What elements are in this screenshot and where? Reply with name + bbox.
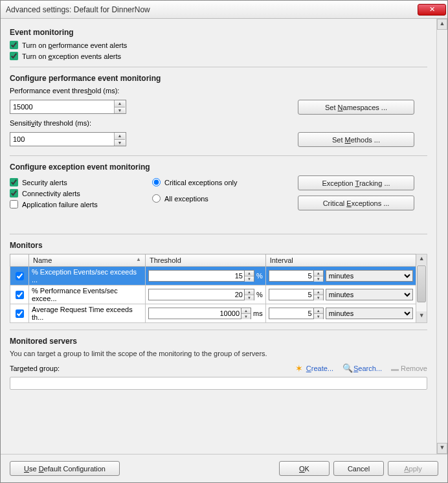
spin-down-icon[interactable]: ▼ <box>314 295 323 300</box>
spin-up-icon[interactable]: ▲ <box>115 133 125 140</box>
interval-unit-select[interactable]: minutes <box>326 289 414 300</box>
interval-unit-select[interactable]: minutes <box>326 308 414 319</box>
scroll-down-icon[interactable]: ▼ <box>437 443 447 454</box>
threshold-cell[interactable]: ▲▼% <box>148 289 263 300</box>
col-interval[interactable]: Interval <box>265 254 416 267</box>
minus-icon <box>391 369 399 371</box>
close-button[interactable]: ✕ <box>418 4 446 16</box>
remove-link: Remove <box>391 365 427 372</box>
ok-button[interactable]: OK <box>279 461 330 476</box>
interval-unit-select[interactable]: minutes <box>326 270 414 282</box>
security-alerts-input[interactable] <box>10 178 18 186</box>
row-name: % Performance Events/sec excee... <box>29 286 146 304</box>
interval-cell[interactable]: ▲▼minutes <box>269 308 414 319</box>
threshold-cell[interactable]: ▲▼% <box>148 270 263 282</box>
use-default-button[interactable]: Use Default Configuration <box>10 461 120 476</box>
scroll-track[interactable] <box>416 265 427 311</box>
sensitivity-spinbox[interactable]: ▲▼ <box>10 132 126 146</box>
table-row[interactable]: Average Request Time exceeds th...▲▼ms▲▼… <box>10 304 416 323</box>
cancel-button[interactable]: Cancel <box>333 461 384 476</box>
col-name[interactable]: Name▲ <box>29 254 146 267</box>
threshold-input[interactable] <box>148 308 241 319</box>
spin-up-icon[interactable]: ▲ <box>241 308 251 314</box>
row-name: % Exception Events/sec exceeds ... <box>29 267 146 286</box>
security-alerts-checkbox[interactable]: Security alerts <box>10 178 152 186</box>
apply-button[interactable]: Apply <box>388 461 438 476</box>
appfail-alerts-input[interactable] <box>10 200 18 208</box>
spin-up-icon[interactable]: ▲ <box>314 271 323 276</box>
threshold-unit: % <box>256 272 263 280</box>
divider <box>10 155 427 156</box>
spin-up-icon[interactable]: ▲ <box>314 308 323 314</box>
threshold-input[interactable] <box>148 270 245 282</box>
spin-down-icon[interactable]: ▼ <box>115 107 125 114</box>
exc-alerts-input[interactable] <box>10 52 18 60</box>
table-scrollbar[interactable]: ▲ ▼ <box>416 254 427 323</box>
spin-up-icon[interactable]: ▲ <box>314 289 323 295</box>
scroll-down-icon[interactable]: ▼ <box>416 311 427 322</box>
threshold-label: Performance event threshold (ms): <box>10 87 427 95</box>
spin-up-icon[interactable]: ▲ <box>115 100 125 107</box>
perf-config-heading: Configure performance event monitoring <box>10 74 427 83</box>
connectivity-alerts-checkbox[interactable]: Connectivity alerts <box>10 189 152 197</box>
interval-input[interactable] <box>269 270 314 282</box>
scroll-thumb[interactable] <box>417 265 426 302</box>
search-link[interactable]: 🔍Search... <box>342 364 382 373</box>
main-scrollbar[interactable]: ▲ ▼ <box>436 19 447 454</box>
spin-up-icon[interactable]: ▲ <box>245 271 254 276</box>
exception-tracking-button[interactable]: Exception Tracking ... <box>298 175 414 190</box>
critical-radio-input[interactable] <box>152 178 161 186</box>
threshold-unit: ms <box>253 309 263 317</box>
servers-note: You can target a group to limit the scop… <box>10 350 427 357</box>
create-link[interactable]: ✶Create... <box>295 364 333 373</box>
spin-down-icon[interactable]: ▼ <box>115 140 125 146</box>
table-row[interactable]: % Performance Events/sec excee...▲▼%▲▼mi… <box>10 286 416 304</box>
table-row[interactable]: % Exception Events/sec exceeds ...▲▼%▲▼m… <box>10 267 416 286</box>
divider <box>10 234 427 234</box>
targeted-group-field[interactable] <box>10 377 427 390</box>
row-checkbox[interactable] <box>16 291 24 299</box>
sensitivity-input[interactable] <box>10 133 114 146</box>
content-pane: Event monitoring Turn on performance eve… <box>1 19 436 454</box>
interval-input[interactable] <box>269 289 314 300</box>
monitors-heading: Monitors <box>10 241 427 250</box>
divider <box>10 67 427 67</box>
perf-alerts-checkbox[interactable]: Turn on performance event alerts <box>10 41 427 49</box>
threshold-input[interactable] <box>10 100 114 113</box>
spin-down-icon[interactable]: ▼ <box>314 276 323 282</box>
all-radio-input[interactable] <box>152 194 161 203</box>
spin-up-icon[interactable]: ▲ <box>245 289 254 295</box>
critical-exceptions-radio[interactable]: Critical exceptions only <box>152 178 275 186</box>
threshold-input[interactable] <box>148 289 245 300</box>
interval-input[interactable] <box>269 308 314 319</box>
scroll-up-icon[interactable]: ▲ <box>437 19 447 30</box>
exc-alerts-checkbox[interactable]: Turn on exception events alerts <box>10 52 427 60</box>
threshold-spinbox[interactable]: ▲▼ <box>10 100 126 114</box>
scroll-up-icon[interactable]: ▲ <box>416 254 427 265</box>
perf-alerts-input[interactable] <box>10 41 18 49</box>
row-checkbox[interactable] <box>16 272 24 280</box>
interval-cell[interactable]: ▲▼minutes <box>269 289 414 300</box>
spin-down-icon[interactable]: ▼ <box>245 276 254 282</box>
monitors-table: Name▲ Threshold Interval % Exception Eve… <box>10 254 416 323</box>
exc-config-heading: Configure exception event monitoring <box>10 163 427 172</box>
spin-down-icon[interactable]: ▼ <box>241 314 251 319</box>
row-name: Average Request Time exceeds th... <box>29 304 146 323</box>
interval-cell[interactable]: ▲▼minutes <box>269 270 414 282</box>
spin-down-icon[interactable]: ▼ <box>245 295 254 300</box>
critical-exceptions-button[interactable]: Critical Exceptions ... <box>298 196 414 210</box>
appfail-alerts-checkbox[interactable]: Application failure alerts <box>10 200 152 208</box>
set-methods-button[interactable]: Set Methods ... <box>298 132 414 147</box>
set-namespaces-button[interactable]: Set Namespaces ... <box>298 100 414 115</box>
threshold-cell[interactable]: ▲▼ms <box>148 308 263 319</box>
col-threshold[interactable]: Threshold <box>146 254 266 267</box>
spin-down-icon[interactable]: ▼ <box>314 314 323 319</box>
row-checkbox[interactable] <box>16 309 24 318</box>
dialog-footer: Use Default Configuration OK Cancel Appl… <box>1 454 447 482</box>
servers-heading: Monitored servers <box>10 337 427 346</box>
dialog-window: Advanced settings: Default for DinnerNow… <box>0 0 448 483</box>
connectivity-alerts-input[interactable] <box>10 189 18 197</box>
titlebar: Advanced settings: Default for DinnerNow… <box>1 1 447 19</box>
col-checkbox[interactable] <box>10 254 29 267</box>
all-exceptions-radio[interactable]: All exceptions <box>152 194 275 203</box>
